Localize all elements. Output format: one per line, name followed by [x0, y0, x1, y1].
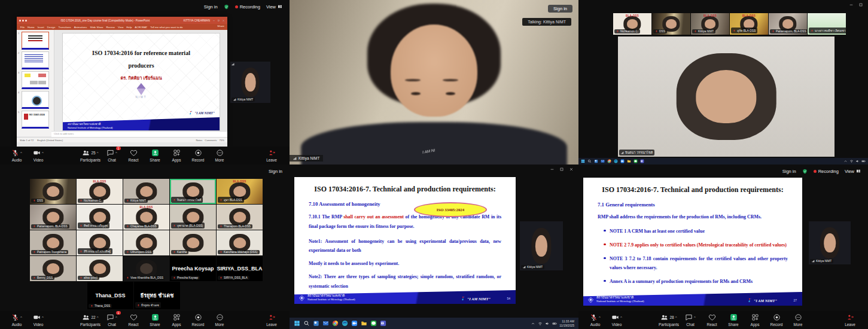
- participant-tile[interactable]: Pattraporn Trongkhana: [30, 230, 76, 255]
- participant-tile[interactable]: BLA-DSS Kittiya NIMT: [691, 13, 729, 35]
- ppt-thumbnail[interactable]: 5 ISO 33401:2024: [18, 111, 53, 129]
- tray-icon[interactable]: [545, 321, 550, 326]
- thumbnail-preview[interactable]: ISO 33401:2024: [22, 111, 49, 129]
- toolbar-button[interactable]: React: [701, 313, 723, 327]
- caret-up[interactable]: ^: [20, 316, 22, 319]
- toolbar-button[interactable]: Record: [766, 313, 787, 327]
- taskbar-app-icon[interactable]: [581, 159, 585, 163]
- close-icon[interactable]: [569, 167, 574, 172]
- participant-tile[interactable]: จินตนา วรรณาโชติ: [170, 179, 216, 204]
- thumbnail-preview[interactable]: [22, 32, 49, 50]
- participant-tile[interactable]: นางสาวชลธิชา เลิศเดชา: [808, 13, 846, 35]
- taskbar-app-icon[interactable]: [601, 159, 605, 163]
- ppt-menu-item[interactable]: Review: [106, 26, 114, 29]
- ppt-quick-access-icons[interactable]: [19, 20, 27, 22]
- tray-icon[interactable]: [538, 321, 543, 326]
- self-video-thumbnail[interactable]: Kittiya NIMT: [520, 221, 563, 270]
- recording-indicator[interactable]: Recording: [814, 169, 839, 174]
- participant-tile[interactable]: SIRIYA_DSS_BLA SIRIYA_DSS_BLA: [217, 256, 263, 281]
- toolbar-button[interactable]: 25 ^ Participants: [80, 149, 101, 162]
- toolbar-button[interactable]: Record: [187, 313, 209, 327]
- window-controls[interactable]: [550, 167, 574, 172]
- tray-icon[interactable]: [531, 321, 535, 326]
- taskbar-app-icon[interactable]: [614, 159, 618, 163]
- toolbar-button[interactable]: ^ 1 Chat: [101, 313, 123, 327]
- ppt-share-button[interactable]: Share: [217, 25, 224, 28]
- toolbar-button[interactable]: 22 ^ Participants: [80, 313, 101, 327]
- self-video-thumbnail[interactable]: Kittiya NIMT: [809, 221, 851, 264]
- participant-tile[interactable]: Pattamaporn, BLA-DSS: [769, 13, 807, 35]
- maximize-icon[interactable]: [559, 167, 564, 172]
- recording-indicator[interactable]: Recording: [235, 4, 260, 10]
- toolbar-button[interactable]: ^ Audio: [584, 313, 606, 327]
- participant-tile[interactable]: Thana_DSS Thana_DSS: [87, 282, 133, 309]
- caret-up[interactable]: ^: [97, 151, 99, 155]
- sign-in-button[interactable]: Sign in: [782, 169, 796, 174]
- maximize-icon[interactable]: [858, 2, 863, 7]
- toolbar-button[interactable]: ^ Audio: [6, 149, 28, 162]
- toolbar-button[interactable]: More: [209, 149, 230, 162]
- participant-tile[interactable]: View Khanittha BLA_DSS: [123, 256, 169, 281]
- thumbnail-preview[interactable]: [22, 71, 49, 89]
- participant-tile[interactable]: Benny_DSS: [30, 256, 76, 281]
- toolbar-button[interactable]: Share: [723, 313, 744, 327]
- view-button[interactable]: View: [266, 4, 282, 10]
- caret-up[interactable]: ^: [97, 316, 99, 319]
- taskbar-app-icon[interactable]: [322, 320, 329, 327]
- caret-up[interactable]: ^: [115, 151, 117, 155]
- toolbar-button[interactable]: React: [123, 313, 144, 327]
- caret-up[interactable]: ^: [20, 151, 22, 155]
- taskbar-app-icon[interactable]: [294, 320, 300, 327]
- taskbar-app-icon[interactable]: [332, 320, 339, 327]
- toolbar-button[interactable]: Leave: [261, 149, 282, 162]
- ppt-menu-item[interactable]: Help: [126, 26, 132, 29]
- ppt-menu-item[interactable]: Tell me what you want to do: [150, 26, 182, 29]
- toolbar-button[interactable]: Apps: [166, 149, 187, 162]
- taskbar-clock[interactable]: 11:33 AM 11/19/2025: [559, 319, 574, 328]
- taskbar-app-icon[interactable]: [640, 159, 644, 163]
- taskbar-app-icon[interactable]: [342, 320, 348, 327]
- taskbar-app-icon[interactable]: [380, 320, 386, 327]
- tray-icon[interactable]: [552, 321, 557, 326]
- participant-tile[interactable]: DSS: [652, 13, 690, 35]
- participant-tile[interactable]: DSS: [30, 179, 76, 204]
- ppt-thumbnail[interactable]: 1: [18, 32, 53, 50]
- toolbar-button[interactable]: Share: [144, 149, 166, 162]
- taskbar-app-icon[interactable]: [587, 159, 592, 163]
- toolbar-button[interactable]: ^ 1 Chat: [101, 149, 123, 162]
- ppt-thumbnail[interactable]: 4: [18, 91, 53, 109]
- close-icon[interactable]: [222, 19, 225, 22]
- toolbar-button[interactable]: Leave: [261, 313, 282, 327]
- participant-tile[interactable]: Kanitha: [170, 230, 216, 255]
- window-controls[interactable]: [849, 2, 863, 7]
- ppt-menu-item[interactable]: ACROBAT: [135, 26, 147, 29]
- participant-tile[interactable]: BLA-DSS อุษา BLA-DSS: [217, 179, 263, 204]
- active-speaker-video[interactable]: จินตนา วรรณาโชติ: [618, 36, 835, 157]
- ppt-thumbnail[interactable]: 3: [18, 71, 53, 89]
- toolbar-button[interactable]: Apps: [166, 313, 187, 327]
- ppt-thumbnail[interactable]: 2: [18, 51, 53, 69]
- caret-up[interactable]: ^: [675, 316, 677, 319]
- caret-up[interactable]: ^: [42, 151, 44, 155]
- participant-tile[interactable]: Uthumporn DSS: [123, 230, 169, 255]
- caret-up[interactable]: ^: [694, 316, 696, 319]
- toolbar-button[interactable]: Record: [187, 149, 209, 162]
- taskbar-app-icon[interactable]: [620, 159, 625, 163]
- thumbnail-preview[interactable]: [22, 91, 49, 109]
- self-video-thumbnail[interactable]: Kittiya NIMT: [230, 62, 270, 103]
- taskbar-app-icon[interactable]: [627, 159, 631, 163]
- caret-up[interactable]: ^: [42, 316, 44, 319]
- participant-tile[interactable]: Preecha Koysap Preecha Koysap: [170, 256, 216, 281]
- tray-icon[interactable]: [861, 159, 866, 163]
- ppt-menu-item[interactable]: Transitions: [58, 26, 71, 29]
- ppt-menu-item[interactable]: Insert: [38, 26, 44, 29]
- toolbar-button[interactable]: 28 ^ Participants: [658, 313, 680, 327]
- participant-tile[interactable]: alisa (ploy): [77, 256, 123, 281]
- sign-in-button[interactable]: Sign in: [548, 5, 572, 13]
- participant-tile[interactable]: Thanaporn BLA-DSS: [217, 205, 263, 230]
- sign-in-button[interactable]: Sign in: [269, 169, 282, 174]
- taskbar-app-icon[interactable]: [303, 320, 310, 327]
- ppt-account-name[interactable]: KITTIYA CHEARMAN: [184, 19, 210, 22]
- tray-icon[interactable]: [855, 159, 860, 163]
- taskbar-app-icon[interactable]: [351, 320, 358, 327]
